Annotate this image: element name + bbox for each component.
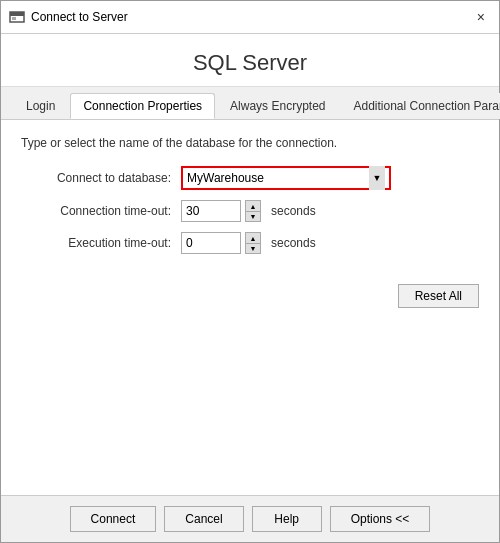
connection-timeout-input[interactable] bbox=[181, 200, 241, 222]
connection-timeout-label: Connection time-out: bbox=[21, 204, 181, 218]
connect-to-database-control: MyWarehouse ▼ bbox=[181, 166, 479, 190]
tab-additional-connection-parameters[interactable]: Additional Connection Parameters bbox=[340, 93, 500, 119]
dropdown-value: MyWarehouse bbox=[187, 171, 264, 185]
description-text: Type or select the name of the database … bbox=[21, 136, 479, 150]
connection-timeout-row: Connection time-out: ▲ ▼ seconds bbox=[21, 200, 479, 222]
tabs-bar: Login Connection Properties Always Encry… bbox=[1, 87, 499, 120]
connect-button[interactable]: Connect bbox=[70, 506, 157, 532]
execution-timeout-row: Execution time-out: ▲ ▼ seconds bbox=[21, 232, 479, 254]
connection-timeout-control: ▲ ▼ seconds bbox=[181, 200, 479, 222]
dialog-header: SQL Server bbox=[1, 34, 499, 87]
execution-timeout-input[interactable] bbox=[181, 232, 241, 254]
cancel-button[interactable]: Cancel bbox=[164, 506, 243, 532]
tab-login[interactable]: Login bbox=[13, 93, 68, 119]
connect-to-database-row: Connect to database: MyWarehouse ▼ bbox=[21, 166, 479, 190]
dropdown-arrow-icon[interactable]: ▼ bbox=[369, 166, 385, 190]
execution-timeout-spinner: ▲ ▼ seconds bbox=[181, 232, 316, 254]
title-bar-left: Connect to Server bbox=[9, 9, 128, 25]
connection-timeout-spinner-buttons: ▲ ▼ bbox=[245, 200, 261, 222]
tab-always-encrypted[interactable]: Always Encrypted bbox=[217, 93, 338, 119]
close-button[interactable]: × bbox=[471, 7, 491, 27]
help-button[interactable]: Help bbox=[252, 506, 322, 532]
footer: Connect Cancel Help Options << bbox=[1, 495, 499, 542]
svg-rect-2 bbox=[12, 17, 16, 20]
title-bar-text: Connect to Server bbox=[31, 10, 128, 24]
connection-timeout-suffix: seconds bbox=[271, 204, 316, 218]
tab-content: Type or select the name of the database … bbox=[1, 120, 499, 495]
svg-rect-1 bbox=[10, 12, 24, 16]
dialog-window: Connect to Server × SQL Server Login Con… bbox=[0, 0, 500, 543]
connect-to-database-dropdown[interactable]: MyWarehouse ▼ bbox=[181, 166, 391, 190]
title-bar: Connect to Server × bbox=[1, 1, 499, 34]
window-icon bbox=[9, 9, 25, 25]
connect-to-database-label: Connect to database: bbox=[21, 171, 181, 185]
execution-timeout-control: ▲ ▼ seconds bbox=[181, 232, 479, 254]
options-button[interactable]: Options << bbox=[330, 506, 431, 532]
execution-timeout-label: Execution time-out: bbox=[21, 236, 181, 250]
execution-timeout-down-button[interactable]: ▼ bbox=[245, 243, 261, 254]
execution-timeout-suffix: seconds bbox=[271, 236, 316, 250]
execution-timeout-spinner-buttons: ▲ ▼ bbox=[245, 232, 261, 254]
reset-all-button[interactable]: Reset All bbox=[398, 284, 479, 308]
connection-timeout-spinner: ▲ ▼ seconds bbox=[181, 200, 316, 222]
connection-timeout-up-button[interactable]: ▲ bbox=[245, 200, 261, 211]
connection-timeout-down-button[interactable]: ▼ bbox=[245, 211, 261, 222]
execution-timeout-up-button[interactable]: ▲ bbox=[245, 232, 261, 243]
reset-area: Reset All bbox=[21, 284, 479, 308]
tab-connection-properties[interactable]: Connection Properties bbox=[70, 93, 215, 119]
